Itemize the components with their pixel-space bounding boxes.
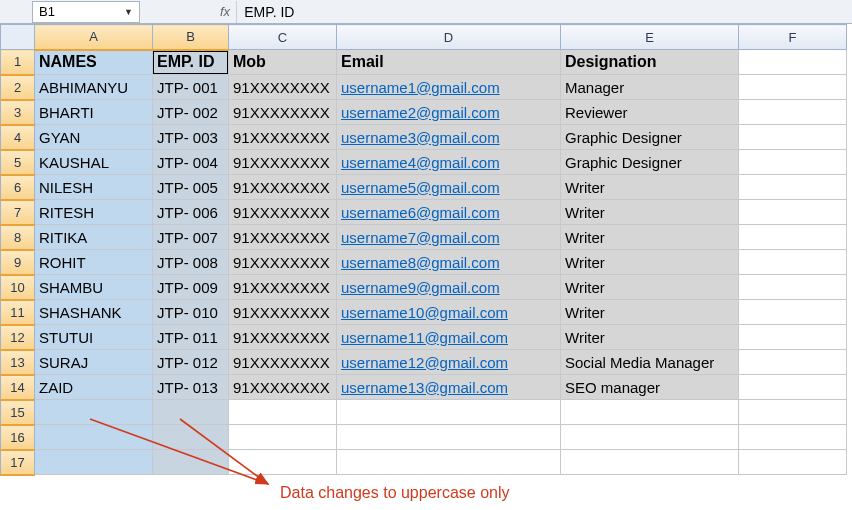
email-link[interactable]: username6@gmail.com (341, 204, 500, 221)
email-link[interactable]: username12@gmail.com (341, 354, 508, 371)
cell-F6[interactable] (739, 175, 847, 200)
email-link[interactable]: username4@gmail.com (341, 154, 500, 171)
cell-F15[interactable] (739, 400, 847, 425)
row-header-6[interactable]: 6 (1, 175, 35, 200)
cell-F1[interactable] (739, 50, 847, 75)
cell-B3[interactable]: JTP- 002 (153, 100, 229, 125)
cell-C9[interactable]: 91XXXXXXXX (229, 250, 337, 275)
cell-F4[interactable] (739, 125, 847, 150)
fx-icon[interactable]: fx (220, 4, 230, 19)
cell-D10[interactable]: username9@gmail.com (337, 275, 561, 300)
cell-D2[interactable]: username1@gmail.com (337, 75, 561, 100)
chevron-down-icon[interactable]: ▼ (124, 7, 133, 17)
cell-A10[interactable]: SHAMBU (35, 275, 153, 300)
cell-B16[interactable] (153, 425, 229, 450)
row-header-15[interactable]: 15 (1, 400, 35, 425)
cell-A16[interactable] (35, 425, 153, 450)
cell-C3[interactable]: 91XXXXXXXX (229, 100, 337, 125)
cell-D13[interactable]: username12@gmail.com (337, 350, 561, 375)
cell-C7[interactable]: 91XXXXXXXX (229, 200, 337, 225)
cell-A6[interactable]: NILESH (35, 175, 153, 200)
cell-F17[interactable] (739, 450, 847, 475)
col-header-F[interactable]: F (739, 25, 847, 50)
cell-C16[interactable] (229, 425, 337, 450)
cell-D16[interactable] (337, 425, 561, 450)
cell-F14[interactable] (739, 375, 847, 400)
formula-bar-input[interactable]: EMP. ID (244, 4, 294, 20)
cell-A12[interactable]: STUTUI (35, 325, 153, 350)
cell-F5[interactable] (739, 150, 847, 175)
email-link[interactable]: username1@gmail.com (341, 79, 500, 96)
row-header-2[interactable]: 2 (1, 75, 35, 100)
email-link[interactable]: username13@gmail.com (341, 379, 508, 396)
cell-A9[interactable]: ROHIT (35, 250, 153, 275)
cell-C1[interactable]: Mob (229, 50, 337, 75)
cell-F16[interactable] (739, 425, 847, 450)
cell-B11[interactable]: JTP- 010 (153, 300, 229, 325)
cell-D3[interactable]: username2@gmail.com (337, 100, 561, 125)
cell-F8[interactable] (739, 225, 847, 250)
email-link[interactable]: username5@gmail.com (341, 179, 500, 196)
row-header-9[interactable]: 9 (1, 250, 35, 275)
cell-C11[interactable]: 91XXXXXXXX (229, 300, 337, 325)
row-header-11[interactable]: 11 (1, 300, 35, 325)
cell-B2[interactable]: JTP- 001 (153, 75, 229, 100)
cell-D17[interactable] (337, 450, 561, 475)
spreadsheet-grid[interactable]: A B C D E F 1NAMESEMP. IDMobEmailDesigna… (0, 24, 847, 476)
cell-D7[interactable]: username6@gmail.com (337, 200, 561, 225)
cell-E11[interactable]: Writer (561, 300, 739, 325)
col-header-D[interactable]: D (337, 25, 561, 50)
row-header-4[interactable]: 4 (1, 125, 35, 150)
cell-D5[interactable]: username4@gmail.com (337, 150, 561, 175)
cell-A4[interactable]: GYAN (35, 125, 153, 150)
cell-E6[interactable]: Writer (561, 175, 739, 200)
col-header-B[interactable]: B (153, 25, 229, 50)
cell-B5[interactable]: JTP- 004 (153, 150, 229, 175)
row-header-8[interactable]: 8 (1, 225, 35, 250)
cell-E5[interactable]: Graphic Designer (561, 150, 739, 175)
cell-D12[interactable]: username11@gmail.com (337, 325, 561, 350)
row-header-13[interactable]: 13 (1, 350, 35, 375)
cell-F7[interactable] (739, 200, 847, 225)
cell-F2[interactable] (739, 75, 847, 100)
cell-C4[interactable]: 91XXXXXXXX (229, 125, 337, 150)
cell-E15[interactable] (561, 400, 739, 425)
cell-F12[interactable] (739, 325, 847, 350)
cell-F10[interactable] (739, 275, 847, 300)
cell-B4[interactable]: JTP- 003 (153, 125, 229, 150)
select-all-corner[interactable] (1, 25, 35, 50)
row-header-17[interactable]: 17 (1, 450, 35, 475)
cell-F13[interactable] (739, 350, 847, 375)
email-link[interactable]: username9@gmail.com (341, 279, 500, 296)
cell-A15[interactable] (35, 400, 153, 425)
cell-C14[interactable]: 91XXXXXXXX (229, 375, 337, 400)
cell-C6[interactable]: 91XXXXXXXX (229, 175, 337, 200)
row-header-14[interactable]: 14 (1, 375, 35, 400)
cell-E12[interactable]: Writer (561, 325, 739, 350)
cell-C15[interactable] (229, 400, 337, 425)
email-link[interactable]: username3@gmail.com (341, 129, 500, 146)
cell-B12[interactable]: JTP- 011 (153, 325, 229, 350)
cell-B10[interactable]: JTP- 009 (153, 275, 229, 300)
cell-B15[interactable] (153, 400, 229, 425)
cell-D9[interactable]: username8@gmail.com (337, 250, 561, 275)
row-header-10[interactable]: 10 (1, 275, 35, 300)
cell-E3[interactable]: Reviewer (561, 100, 739, 125)
cell-E8[interactable]: Writer (561, 225, 739, 250)
cell-D14[interactable]: username13@gmail.com (337, 375, 561, 400)
row-header-12[interactable]: 12 (1, 325, 35, 350)
cell-F3[interactable] (739, 100, 847, 125)
name-box[interactable]: B1 ▼ (32, 1, 140, 23)
email-link[interactable]: username11@gmail.com (341, 329, 508, 346)
row-header-16[interactable]: 16 (1, 425, 35, 450)
cell-E10[interactable]: Writer (561, 275, 739, 300)
cell-F9[interactable] (739, 250, 847, 275)
cell-D4[interactable]: username3@gmail.com (337, 125, 561, 150)
cell-A11[interactable]: SHASHANK (35, 300, 153, 325)
cell-E1[interactable]: Designation (561, 50, 739, 75)
cell-A2[interactable]: ABHIMANYU (35, 75, 153, 100)
cell-A17[interactable] (35, 450, 153, 475)
cell-B13[interactable]: JTP- 012 (153, 350, 229, 375)
cell-A7[interactable]: RITESH (35, 200, 153, 225)
cell-C2[interactable]: 91XXXXXXXX (229, 75, 337, 100)
